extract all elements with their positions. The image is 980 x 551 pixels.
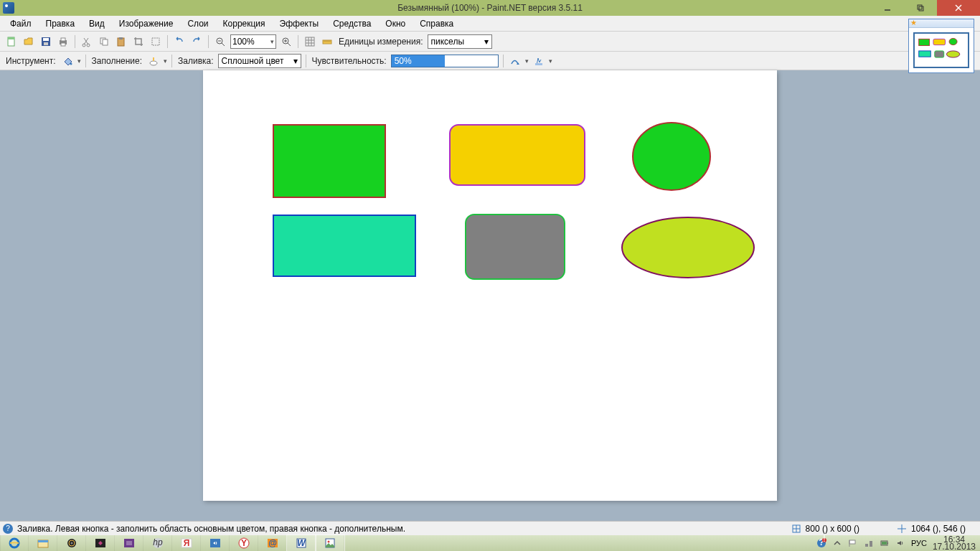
dropdown-icon: ▾ [484,37,489,47]
crop-button[interactable] [131,34,146,49]
canvas[interactable] [203,70,777,501]
task-ie-icon[interactable] [0,535,29,551]
svg-point-61 [70,542,72,545]
menu-view[interactable]: Вид [82,17,112,31]
svg-rect-45 [919,39,930,45]
separator [85,55,86,67]
dropdown-icon[interactable]: ▾ [164,57,167,65]
svg-rect-82 [849,540,855,544]
svg-rect-49 [935,51,944,57]
dropdown-icon[interactable]: ▾ [549,57,552,65]
paste-button[interactable] [114,34,128,49]
sampling-button[interactable] [508,54,522,68]
tray-network-icon[interactable] [864,538,874,548]
new-button[interactable] [4,34,19,49]
svg-rect-48 [919,51,931,57]
redo-button[interactable] [189,34,204,49]
task-media-icon[interactable] [57,535,86,551]
help-icon[interactable]: ? [3,524,13,534]
svg-point-41 [150,61,157,65]
tray-battery-icon[interactable] [880,538,890,548]
menu-edit[interactable]: Правка [39,17,83,31]
image-thumbnail[interactable] [913,32,969,68]
copy-button[interactable] [97,34,111,49]
shape-ellipse-lime [622,217,754,278]
svg-rect-58 [38,540,48,542]
svg-rect-87 [887,542,888,544]
ruler-button[interactable] [320,34,334,49]
svg-rect-9 [44,42,48,45]
menu-file[interactable]: Файл [3,17,39,31]
svg-point-50 [946,51,959,57]
menu-image[interactable]: Изображение [112,17,181,31]
menu-window[interactable]: Окно [378,17,413,31]
tray-up-icon[interactable] [832,538,842,548]
workspace[interactable] [0,70,980,521]
task-hp-icon[interactable]: hp [143,535,172,551]
menu-layers[interactable]: Слои [180,17,215,31]
undo-button[interactable] [172,34,187,49]
canvas-svg [203,70,777,501]
task-mail-icon[interactable]: @ [258,535,287,551]
open-button[interactable] [22,34,36,49]
task-paintnet-icon[interactable] [316,535,344,551]
maximize-button[interactable] [904,0,937,16]
svg-line-26 [288,43,291,46]
deselect-button[interactable] [149,34,163,49]
image-list-panel[interactable] [908,19,974,73]
svg-text:Y: Y [240,538,246,548]
tray-language[interactable]: РУС [911,539,927,547]
panel-header[interactable] [909,19,974,28]
cut-button[interactable] [80,34,94,49]
minimize-button[interactable] [871,0,904,16]
task-explorer-icon[interactable] [29,535,57,551]
task-word-icon[interactable]: W [287,535,316,551]
svg-rect-20 [119,37,123,39]
fillmode-icon[interactable] [146,54,161,68]
tray-volume-icon[interactable] [895,538,905,548]
dropdown-icon[interactable]: ▾ [77,57,81,65]
print-button[interactable] [56,34,70,49]
save-button[interactable] [39,34,53,49]
zoom-out-button[interactable] [213,34,227,49]
svg-text:!: ! [823,534,825,544]
separator [171,55,172,67]
zoom-in-button[interactable] [279,34,293,49]
tray-help-icon[interactable]: ?! [816,538,826,548]
status-hint: Заливка. Левая кнопка - заполнить област… [17,524,405,534]
svg-text:hp: hp [153,537,163,547]
tray-flag-icon[interactable] [848,538,858,548]
status-cursor: 1064 (), 546 () [911,524,966,534]
antialias-button[interactable] [532,54,546,68]
separator [306,55,306,67]
task-browser-icon[interactable]: Y [230,535,258,551]
task-app1-icon[interactable] [86,535,115,551]
close-button[interactable] [937,0,980,16]
tolerance-label: Чувствительность: [311,56,388,66]
fill-value: Сплошной цвет [222,56,284,66]
svg-point-47 [949,38,957,44]
grid-button[interactable] [303,34,317,49]
svg-rect-64 [126,541,132,545]
separator [298,35,298,48]
statusbar: ? Заливка. Левая кнопка - заполнить обла… [0,521,980,535]
menu-effects[interactable]: Эффекты [273,17,326,31]
dropdown-icon[interactable]: ▾ [525,57,529,65]
tray-clock[interactable]: 16:34 17.10.2013 [933,536,976,550]
tool-bucket-icon[interactable] [60,54,75,68]
fill-select[interactable]: Сплошной цвет▾ [218,54,301,68]
menu-adjust[interactable]: Коррекция [216,17,273,31]
svg-rect-12 [61,43,65,46]
titlebar: Безымянный (100%) - Paint.NET версия 3.5… [0,0,980,16]
shape-rect-teal [273,215,415,276]
tool-options-toolbar: Инструмент: ▾ Заполнение: ▾ Заливка: Спл… [0,52,980,70]
task-app2-icon[interactable] [115,535,143,551]
menu-help[interactable]: Справка [413,17,461,31]
menu-tools[interactable]: Средства [326,17,378,31]
svg-rect-44 [535,63,542,65]
units-select[interactable]: пикселы▾ [428,34,492,49]
task-sound-icon[interactable] [201,535,230,551]
tolerance-slider[interactable]: 50% [391,55,499,67]
task-yandex-icon[interactable]: Я [172,535,201,551]
zoom-input[interactable]: 100%▾ [230,34,276,49]
